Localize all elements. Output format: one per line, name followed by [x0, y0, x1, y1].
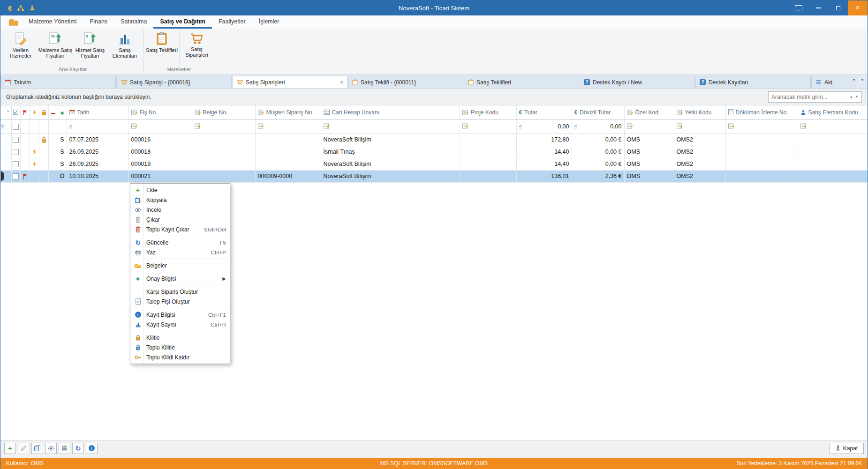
tab-takvim[interactable]: Takvim [0, 76, 116, 88]
filter-cell-dovizli-tutar[interactable]: ≤0,00 [572, 119, 624, 134]
table-row-selected[interactable]: Ö 10.10.2025 000021 000009-0000 NoveraSo… [0, 170, 868, 182]
menu-tab-satinalma[interactable]: Satınalma [114, 15, 153, 29]
row-checkbox[interactable] [11, 158, 20, 170]
add-button[interactable]: + [4, 443, 16, 454]
table-row[interactable]: S 26.09.2025 000018 İsmail Tınaş 14,40 0… [0, 146, 868, 158]
filter-cell[interactable] [58, 119, 67, 134]
menu-item-kopyala[interactable]: Kopyala [130, 195, 230, 205]
group-by-panel[interactable]: Gruplamak istediğiniz kolonun başlığını … [0, 89, 868, 105]
filter-cell[interactable] [725, 119, 798, 134]
chevron-up-icon[interactable]: ▲ [849, 95, 853, 99]
filter-cell[interactable] [255, 119, 321, 134]
table-row[interactable]: S 26.09.2025 000019 NoveraSoft Bilişim 1… [0, 158, 868, 170]
filter-cell[interactable] [128, 119, 192, 134]
close-button[interactable]: × [848, 0, 868, 15]
filter-cell[interactable] [798, 119, 868, 134]
view-button[interactable] [45, 443, 57, 454]
tab-akt[interactable]: Akt [811, 76, 856, 88]
menu-tab-malzeme-yonetimi[interactable]: Malzeme Yönetimi [22, 15, 83, 29]
filter-cell-tarih[interactable]: ≤ [67, 119, 128, 134]
app-menu-button[interactable] [5, 15, 22, 29]
tab-destek-kayitlari[interactable]: ? Destek Kayıtları [695, 76, 811, 88]
menu-item-ekle[interactable]: + Ekle [130, 185, 230, 195]
filter-cell-checkbox[interactable] [11, 119, 20, 134]
user-icon[interactable] [30, 5, 35, 11]
copy-button[interactable] [31, 443, 43, 454]
menu-item-toplu-kayit-cikar[interactable]: Toplu Kayıt Çıkar Shift+Del [130, 224, 230, 234]
lightning-column-header[interactable] [30, 105, 39, 119]
menu-tab-satis-ve-dagitim[interactable]: Satış ve Dağıtım [153, 15, 212, 29]
tab-scroll-left-icon[interactable]: ▾ [851, 76, 857, 83]
row-checkbox[interactable] [11, 170, 20, 182]
minus-column-header[interactable] [48, 105, 58, 119]
menu-tab-islemler[interactable]: İşlemler [252, 15, 286, 29]
column-header-dokuman-izleme-no[interactable]: Döküman İzleme No. [725, 105, 798, 119]
refresh-button[interactable]: ↻ [72, 443, 84, 454]
restore-button[interactable] [828, 0, 848, 15]
filter-cell[interactable] [192, 119, 255, 134]
filter-cell[interactable] [30, 119, 39, 134]
filter-cell[interactable] [321, 119, 460, 134]
status-column-header[interactable]: ◆ [58, 105, 67, 119]
euro-icon[interactable]: € [8, 4, 12, 12]
menu-item-cikar[interactable]: Çıkar [130, 215, 230, 224]
menu-item-kayit-bilgisi[interactable]: i Kayıt Bilgisi Ctrl+F1 [130, 310, 230, 320]
column-header-tarih[interactable]: Tarih [67, 105, 128, 119]
satis-siparisleri-button[interactable]: Satış Siparişleri [179, 30, 214, 67]
column-header-musteri-siparis-no[interactable]: Müşteri Sipariş No. [255, 105, 321, 119]
menu-item-kilitle[interactable]: Kilitle [130, 333, 230, 342]
tab-scroll-right-icon[interactable]: ▾ [859, 76, 866, 83]
row-checkbox[interactable] [11, 134, 20, 146]
menu-tab-faaliyetler[interactable]: Faaliyetler [212, 15, 252, 29]
column-header-proje-kodu[interactable]: Proje Kodu [460, 105, 516, 119]
filter-cell[interactable] [5, 119, 11, 134]
delete-button[interactable] [59, 443, 70, 454]
filter-cell-tutar[interactable]: ≤0,00 [516, 119, 572, 134]
menu-item-incele[interactable]: İncele [130, 205, 230, 215]
filter-cell[interactable] [624, 119, 674, 134]
menu-item-belgeler[interactable]: Belgeler [130, 261, 230, 270]
column-header-fis-no[interactable]: Fiş No. [128, 105, 192, 119]
tab-close-icon[interactable]: × [340, 79, 343, 86]
tab-satis-siparisi-000016[interactable]: Satış Siparişi - {000016} [116, 76, 232, 88]
menu-item-onay-bilgisi[interactable]: ◆ Onay Bilgisi ▶ [130, 274, 230, 283]
menu-tab-finans[interactable]: Finans [83, 15, 114, 29]
search-box[interactable]: ▲ ▼ [768, 91, 862, 103]
column-header-belge-no[interactable]: Belge No. [192, 105, 255, 119]
filter-cell[interactable] [674, 119, 725, 134]
chevron-down-icon[interactable]: ▼ [855, 95, 859, 99]
tab-satis-teklifi-000011[interactable]: Satış Teklifi - {000011} [348, 76, 463, 88]
verilen-hizmetler-button[interactable]: Verilen Hizmetler [3, 30, 38, 67]
hizmet-satis-fiyatlari-button[interactable]: x Hizmet Satış Fiyatları [73, 30, 107, 67]
satis-elemanlari-button[interactable]: Satış Elemanları [107, 30, 142, 67]
edit-button[interactable] [18, 443, 30, 454]
minimize-button[interactable] [808, 0, 828, 15]
row-checkbox[interactable] [11, 146, 20, 158]
column-header-cari-hesap-unvani[interactable]: Cari Hesap Unvanı [321, 105, 460, 119]
filter-cell[interactable] [39, 119, 48, 134]
filter-cell[interactable] [20, 119, 30, 134]
checkbox-column-header[interactable] [11, 105, 20, 119]
column-header-ozel-kod[interactable]: Özel Kod [624, 105, 674, 119]
close-panel-button[interactable]: Kapat [830, 443, 864, 454]
satis-teklifleri-button[interactable]: Satış Teklifleri [144, 30, 179, 67]
menu-item-yaz[interactable]: Yaz Ctrl+P [130, 247, 230, 257]
flag-column-header[interactable] [20, 105, 30, 119]
filter-cell[interactable] [460, 119, 516, 134]
column-header-tutar[interactable]: € Tutar [516, 105, 572, 119]
tab-satis-teklifleri[interactable]: Satış Teklifleri [464, 76, 579, 88]
table-row[interactable]: S 07.07.2025 000016 NoveraSoft Bilişim 1… [0, 134, 868, 146]
display-settings-icon[interactable] [789, 0, 808, 15]
column-header-yetki-kodu[interactable]: Yetki Kodu [674, 105, 725, 119]
malzeme-satis-fiyatlari-button[interactable]: % Malzeme Satış Fiyatları [38, 30, 73, 67]
tab-satis-siparisleri[interactable]: Satış Siparişleri × [232, 76, 347, 88]
column-header-satis-elemani-kodu[interactable]: Satış Elemanı Kodu [798, 105, 868, 119]
menu-item-toplu-kilidi-kaldir[interactable]: Toplu Kilidi Kaldır [130, 352, 230, 362]
menu-item-karsi-siparis-olustur[interactable]: Karşı Sipariş Oluştur [130, 287, 230, 297]
search-input[interactable] [771, 94, 847, 100]
menu-item-toplu-kilitle[interactable]: Toplu Kilitle [130, 342, 230, 352]
menu-item-kayit-sayisi[interactable]: Kayıt Sayısı Ctrl+R [130, 320, 230, 329]
lock-column-header[interactable] [39, 105, 48, 119]
menu-item-guncelle[interactable]: ↻ Güncelle F5 [130, 238, 230, 247]
new-row-header[interactable]: * [5, 105, 11, 119]
